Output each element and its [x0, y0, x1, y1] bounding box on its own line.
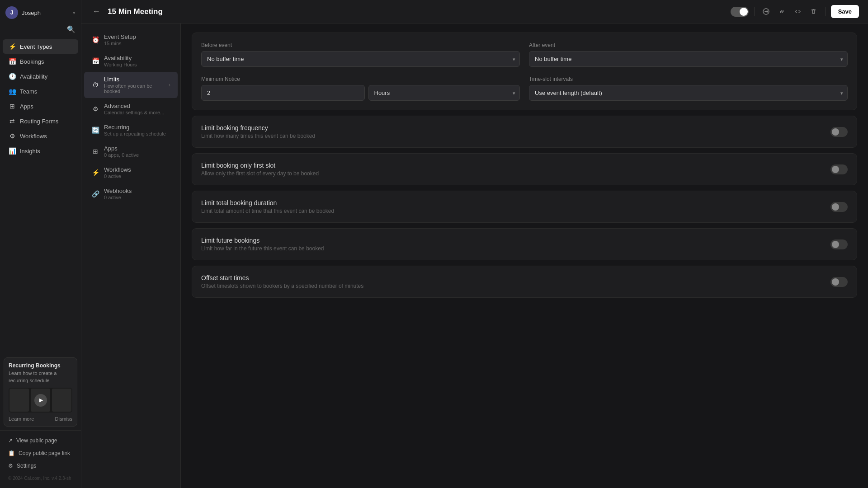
- left-nav-sub-workflows: 0 active: [104, 174, 170, 179]
- dismiss-link[interactable]: Dismiss: [55, 416, 73, 422]
- main-area: ← 15 Min Meeting Save ⏰: [81, 0, 868, 488]
- left-nav-title-event-setup: Event Setup: [104, 33, 170, 40]
- code-icon-button[interactable]: [792, 5, 804, 18]
- left-nav-title-recurring: Recurring: [104, 124, 170, 131]
- left-nav-availability[interactable]: 📅 Availability Working Hours: [84, 51, 178, 71]
- sidebar-label-apps: Apps: [20, 103, 33, 110]
- search-icon[interactable]: 🔍: [67, 25, 75, 33]
- save-button[interactable]: Save: [831, 5, 859, 18]
- toggle-limit-total-booking-duration[interactable]: [830, 202, 848, 212]
- buffer-notice-card: Before event No buffer time5 minutes10 m…: [192, 33, 857, 110]
- left-nav-content-apps: Apps 0 apps, 0 active: [104, 145, 170, 158]
- left-nav-event-setup[interactable]: ⏰ Event Setup 15 mins: [84, 29, 178, 50]
- header-divider: [754, 7, 755, 16]
- chevron-right-icon: ›: [169, 82, 170, 88]
- minimum-notice-unit-select[interactable]: MinutesHoursDays: [368, 85, 520, 101]
- sidebar-nav: ⚡ Event Types 📅 Bookings 🕐 Availability …: [0, 37, 81, 354]
- page-title: 15 Min Meeting: [108, 7, 725, 16]
- sidebar-bottom-view-public-page[interactable]: ↗ View public page: [3, 434, 78, 447]
- sidebar-item-availability[interactable]: 🕐 Availability: [3, 69, 78, 84]
- left-nav-sub-recurring: Set up a repeating schedule: [104, 131, 170, 136]
- left-nav-sub-webhooks: 0 active: [104, 195, 170, 200]
- toggle-limit-booking-frequency[interactable]: [830, 127, 848, 137]
- sidebar-item-event-types[interactable]: ⚡ Event Types: [3, 39, 78, 54]
- right-panel: Before event No buffer time5 minutes10 m…: [181, 23, 868, 488]
- sidebar-bottom: ↗ View public page 📋 Copy public page li…: [0, 430, 81, 488]
- left-nav-title-limits: Limits: [104, 76, 164, 83]
- learn-more-link[interactable]: Learn more: [9, 416, 34, 422]
- content-area: ⏰ Event Setup 15 mins 📅 Availability Wor…: [81, 23, 868, 488]
- left-nav-content-event-setup: Event Setup 15 mins: [104, 33, 170, 46]
- minimum-notice-unit-wrapper: MinutesHoursDays ▾: [368, 85, 520, 101]
- recurring-banner-actions: Learn more Dismiss: [9, 416, 72, 422]
- toggle-row-offset-start-times: Offset start times Offset timeslots show…: [192, 266, 857, 297]
- header-actions: Save: [731, 5, 859, 18]
- recurring-banner: Recurring Bookings Learn how to create a…: [4, 357, 77, 427]
- header-divider-2: [825, 7, 826, 16]
- before-event-label: Before event: [201, 42, 520, 48]
- after-event-select[interactable]: No buffer time5 minutes10 minutes15 minu…: [529, 51, 848, 67]
- time-slot-select[interactable]: Use event length (default)5 minutes10 mi…: [529, 85, 848, 101]
- recurring-banner-desc: Learn how to create a recurring schedule: [9, 370, 72, 384]
- toggle-limit-booking-first-slot[interactable]: [830, 164, 848, 174]
- sidebar-bottom-icon-view-public-page: ↗: [8, 437, 13, 444]
- toggle-card-limit-future-bookings: Limit future bookings Limit how far in t…: [192, 228, 857, 260]
- left-nav-title-webhooks: Webhooks: [104, 188, 170, 194]
- before-event-select[interactable]: No buffer time5 minutes10 minutes15 minu…: [201, 51, 520, 67]
- sidebar-item-workflows[interactable]: ⚙ Workflows: [3, 129, 78, 143]
- sidebar-user[interactable]: J Joseph ▾: [0, 0, 81, 25]
- header: ← 15 Min Meeting Save: [81, 0, 868, 23]
- sidebar-icon-insights: 📊: [8, 147, 16, 155]
- video-play-button[interactable]: [34, 394, 47, 407]
- toggle-row-info-limit-future-bookings: Limit future bookings Limit how far in t…: [201, 237, 324, 252]
- sidebar-bottom-settings[interactable]: ⚙ Settings: [3, 460, 78, 472]
- left-nav-icon-recurring: 🔄: [91, 127, 99, 134]
- sidebar-bottom-icon-settings: ⚙: [8, 463, 13, 469]
- minimum-notice-input[interactable]: [201, 85, 365, 101]
- toggle-row-title-offset-start-times: Offset start times: [201, 274, 363, 282]
- toggle-row-limit-booking-first-slot: Limit booking only first slot Allow only…: [192, 154, 857, 185]
- link-icon-button[interactable]: [776, 5, 788, 18]
- left-nav-advanced[interactable]: ⚙ Advanced Calendar settings & more...: [84, 99, 178, 119]
- left-nav-webhooks[interactable]: 🔗 Webhooks 0 active: [84, 183, 178, 204]
- toggle-row-title-limit-total-booking-duration: Limit total booking duration: [201, 199, 334, 206]
- event-enabled-toggle[interactable]: [731, 7, 749, 17]
- sidebar-icon-routing-forms: ⇄: [8, 117, 16, 125]
- toggle-row-title-limit-booking-frequency: Limit booking frequency: [201, 124, 315, 131]
- left-nav-icon-availability: 📅: [91, 57, 99, 65]
- sidebar-label-workflows: Workflows: [20, 133, 47, 140]
- toggle-row-desc-limit-future-bookings: Limit how far in the future this event c…: [201, 245, 324, 252]
- toggle-row-desc-offset-start-times: Offset timeslots shown to bookers by a s…: [201, 283, 363, 289]
- sidebar-item-routing-forms[interactable]: ⇄ Routing Forms: [3, 114, 78, 128]
- left-nav-apps[interactable]: ⊞ Apps 0 apps, 0 active: [84, 141, 178, 162]
- left-nav-recurring[interactable]: 🔄 Recurring Set up a repeating schedule: [84, 120, 178, 141]
- sidebar: J Joseph ▾ 🔍 ⚡ Event Types 📅 Bookings 🕐 …: [0, 0, 81, 488]
- toggle-row-info-offset-start-times: Offset start times Offset timeslots show…: [201, 274, 363, 289]
- toggle-row-title-limit-booking-first-slot: Limit booking only first slot: [201, 162, 319, 169]
- sidebar-bottom-copy-public-page-link[interactable]: 📋 Copy public page link: [3, 447, 78, 460]
- toggle-card-offset-start-times: Offset start times Offset timeslots show…: [192, 266, 857, 298]
- sidebar-username: Joseph: [22, 9, 69, 16]
- toggle-offset-start-times[interactable]: [830, 277, 848, 287]
- minimum-notice-label: Minimum Notice: [201, 76, 520, 82]
- delete-icon-button[interactable]: [807, 5, 820, 18]
- sidebar-icon-availability: 🕐: [8, 73, 16, 80]
- sidebar-item-apps[interactable]: ⊞ Apps: [3, 99, 78, 113]
- sidebar-item-insights[interactable]: 📊 Insights: [3, 144, 78, 158]
- back-button[interactable]: ←: [90, 5, 102, 18]
- chevron-down-icon: ▾: [73, 10, 75, 16]
- sidebar-item-bookings[interactable]: 📅 Bookings: [3, 54, 78, 69]
- sidebar-item-teams[interactable]: 👥 Teams: [3, 84, 78, 99]
- toggle-row-info-limit-total-booking-duration: Limit total booking duration Limit total…: [201, 199, 334, 214]
- preview-icon-button[interactable]: [760, 5, 772, 18]
- recurring-banner-title: Recurring Bookings: [9, 362, 72, 369]
- buffer-grid: Before event No buffer time5 minutes10 m…: [201, 42, 848, 67]
- left-nav-limits[interactable]: ⏱ Limits How often you can be booked ›: [84, 72, 178, 98]
- left-nav-workflows[interactable]: ⚡ Workflows 0 active: [84, 162, 178, 183]
- toggle-limit-future-bookings[interactable]: [830, 239, 848, 249]
- sidebar-icon-bookings: 📅: [8, 58, 16, 65]
- left-nav-content-recurring: Recurring Set up a repeating schedule: [104, 124, 170, 136]
- left-nav-sub-availability: Working Hours: [104, 62, 170, 67]
- sidebar-bottom-label-view-public-page: View public page: [16, 437, 57, 444]
- time-slot-label: Time-slot intervals: [529, 76, 848, 82]
